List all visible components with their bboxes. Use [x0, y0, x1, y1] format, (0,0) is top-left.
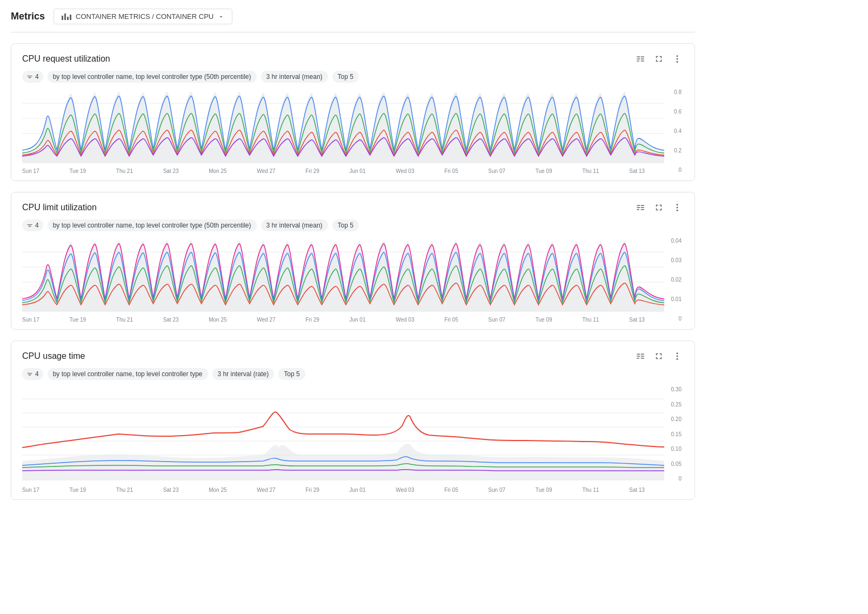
y-axis-1: 0.8 0.6 0.4 0.2 0 — [664, 88, 684, 174]
svg-point-0 — [677, 55, 678, 57]
groupby-chip-2[interactable]: by top level controller name, top level … — [48, 219, 257, 231]
svg-point-2 — [677, 61, 678, 63]
interval-chip-3[interactable]: 3 hr interval (rate) — [212, 368, 275, 380]
more-icon-2[interactable] — [671, 201, 684, 214]
x-axis-2: Sun 17 Tue 19 Thu 21 Sat 23 Mon 25 Wed 2… — [22, 315, 664, 323]
chevron-down-icon — [218, 14, 224, 20]
y-axis-3: 0.30 0.25 0.20 0.15 0.10 0.05 0 — [664, 385, 684, 483]
chips-3: 4 by top level controller name, top leve… — [22, 368, 684, 380]
chart-title-1: CPU request utilization — [22, 54, 110, 64]
cpu-limit-section: CPU limit utilization 4 by top level con… — [11, 192, 695, 330]
chart-area-3 — [22, 385, 664, 483]
svg-point-10 — [677, 210, 678, 211]
chart-wrapper-2: Sun 17 Tue 19 Thu 21 Sat 23 Mon 25 Wed 2… — [22, 237, 684, 323]
top-chip-2[interactable]: Top 5 — [332, 219, 359, 231]
page-title: Metrics — [11, 11, 45, 22]
groupby-chip-1[interactable]: by top level controller name, top level … — [48, 71, 257, 83]
x-axis-3: Sun 17 Tue 19 Thu 21 Sat 23 Mon 25 Wed 2… — [22, 485, 664, 493]
chart-actions-2 — [634, 201, 684, 214]
y-axis-2: 0.04 0.03 0.02 0.01 0 — [664, 237, 684, 323]
filter-chip-2[interactable]: 4 — [22, 219, 43, 231]
svg-point-17 — [677, 356, 678, 357]
top-chip-3[interactable]: Top 5 — [278, 368, 305, 380]
breadcrumb-text: CONTAINER METRICS / CONTAINER CPU — [76, 12, 213, 21]
legend-icon-1[interactable] — [634, 52, 647, 65]
chart-wrapper-1: Sun 17 Tue 19 Thu 21 Sat 23 Mon 25 Wed 2… — [22, 88, 684, 174]
chart-header-1: CPU request utilization — [22, 52, 684, 65]
x-axis-1: Sun 17 Tue 19 Thu 21 Sat 23 Mon 25 Wed 2… — [22, 166, 664, 174]
page: Metrics CONTAINER METRICS / CONTAINER CP… — [0, 0, 706, 614]
svg-point-16 — [677, 352, 678, 354]
chart-canvas-1: Sun 17 Tue 19 Thu 21 Sat 23 Mon 25 Wed 2… — [22, 88, 664, 174]
chart-area-1 — [22, 88, 664, 164]
fullscreen-icon-1[interactable] — [652, 52, 665, 65]
chart-title-2: CPU limit utilization — [22, 203, 97, 212]
chart-header-3: CPU usage time — [22, 350, 684, 363]
svg-point-8 — [677, 204, 678, 205]
legend-icon-3[interactable] — [634, 350, 647, 363]
chart-header-2: CPU limit utilization — [22, 201, 684, 214]
svg-point-18 — [677, 358, 678, 360]
groupby-chip-3[interactable]: by top level controller name, top level … — [48, 368, 208, 380]
filter-chip-1[interactable]: 4 — [22, 71, 43, 83]
chips-2: 4 by top level controller name, top leve… — [22, 219, 684, 231]
chart-canvas-3: Sun 17 Tue 19 Thu 21 Sat 23 Mon 25 Wed 2… — [22, 385, 664, 493]
legend-icon-2[interactable] — [634, 201, 647, 214]
cpu-request-section: CPU request utilization 4 by top level c… — [11, 43, 695, 181]
chart-actions-3 — [634, 350, 684, 363]
breadcrumb-dropdown[interactable]: CONTAINER METRICS / CONTAINER CPU — [54, 9, 232, 24]
more-icon-1[interactable] — [671, 52, 684, 65]
chart-wrapper-3: Sun 17 Tue 19 Thu 21 Sat 23 Mon 25 Wed 2… — [22, 385, 684, 493]
more-icon-3[interactable] — [671, 350, 684, 363]
fullscreen-icon-3[interactable] — [652, 350, 665, 363]
chart-title-3: CPU usage time — [22, 351, 85, 361]
bar-chart-icon — [62, 14, 71, 20]
chart-canvas-2: Sun 17 Tue 19 Thu 21 Sat 23 Mon 25 Wed 2… — [22, 237, 664, 323]
interval-chip-2[interactable]: 3 hr interval (mean) — [261, 219, 328, 231]
chart-area-2 — [22, 237, 664, 312]
interval-chip-1[interactable]: 3 hr interval (mean) — [261, 71, 328, 83]
chart-actions-1 — [634, 52, 684, 65]
svg-point-9 — [677, 207, 678, 209]
header: Metrics CONTAINER METRICS / CONTAINER CP… — [11, 9, 695, 32]
top-chip-1[interactable]: Top 5 — [332, 71, 359, 83]
filter-chip-3[interactable]: 4 — [22, 368, 43, 380]
chips-1: 4 by top level controller name, top leve… — [22, 71, 684, 83]
fullscreen-icon-2[interactable] — [652, 201, 665, 214]
svg-point-1 — [677, 58, 678, 60]
cpu-usage-section: CPU usage time 4 by top level controller… — [11, 341, 695, 500]
